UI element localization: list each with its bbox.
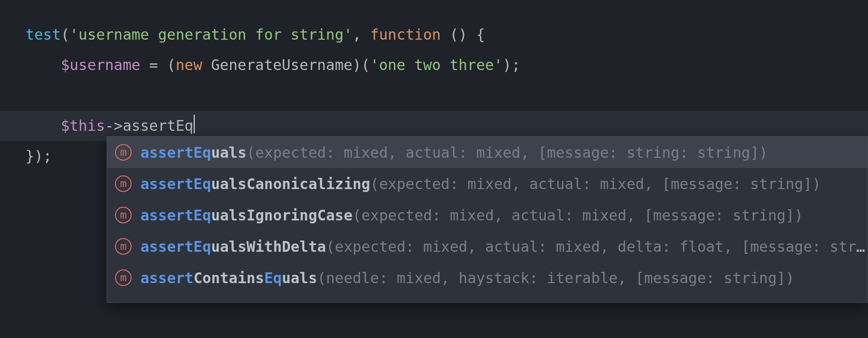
token-space (202, 56, 211, 73)
token-punct: () (450, 26, 467, 43)
method-icon: m (115, 207, 132, 223)
code-line[interactable] (0, 80, 868, 111)
autocomplete-item-label: assertEqualsWithDelta(expected: mixed, a… (140, 238, 868, 255)
method-icon: m (115, 269, 132, 286)
autocomplete-popup[interactable]: massertEquals(expected: mixed, actual: m… (107, 136, 868, 303)
autocomplete-item-label: assertEqualsCanonicalizing(expected: mix… (140, 175, 868, 193)
autocomplete-item-label: assertContainsEquals(needle: mixed, hays… (140, 269, 868, 287)
token-variable: $this (61, 117, 105, 134)
token-punct: ( (61, 26, 69, 43)
token-string: 'one two three' (370, 56, 503, 73)
method-icon: m (115, 175, 132, 192)
text-cursor (194, 115, 195, 133)
autocomplete-item[interactable]: massertEquals(expected: mixed, actual: m… (107, 137, 868, 168)
token-punct: ) (503, 56, 511, 73)
token-class: GenerateUsername (211, 56, 352, 73)
token-indent (25, 117, 61, 134)
token-punct: ; (511, 56, 520, 73)
autocomplete-item[interactable]: massertEqualsIgnoringCase(expected: mixe… (107, 199, 868, 231)
token-space (467, 26, 476, 43)
token-punct: , (352, 26, 370, 43)
token-punct: ) (352, 56, 361, 73)
token-method: assertEq (123, 117, 194, 134)
token-blank (25, 87, 34, 104)
autocomplete-item-label: assertEquals(expected: mixed, actual: mi… (140, 144, 868, 161)
code-editor[interactable]: test('username generation for string', f… (0, 0, 868, 338)
autocomplete-item[interactable]: massertEqualsCanonicalizing(expected: mi… (107, 168, 868, 199)
token-operator: -> (105, 117, 123, 134)
token-space (441, 26, 450, 43)
token-punct: }); (25, 147, 52, 165)
method-icon: m (115, 238, 132, 255)
autocomplete-item[interactable]: massertEqualsWithDelta(expected: mixed, … (107, 231, 868, 262)
token-punct: ( (361, 56, 370, 73)
token-punct: ( (167, 56, 176, 73)
autocomplete-item-label: assertEqualsIgnoringCase(expected: mixed… (140, 207, 868, 224)
code-line[interactable]: test('username generation for string', f… (0, 20, 868, 50)
token-punct: { (476, 26, 485, 43)
token-variable: $username (61, 56, 140, 73)
code-line[interactable]: $username = (new GenerateUsername)('one … (0, 50, 868, 80)
token-indent (25, 56, 61, 73)
token-function-call: test (25, 26, 61, 43)
token-keyword: function (370, 26, 441, 43)
token-operator: = (140, 56, 167, 73)
autocomplete-item[interactable]: massertContainsEquals(needle: mixed, hay… (107, 262, 868, 293)
method-icon: m (115, 144, 132, 161)
token-string: 'username generation for string' (69, 26, 352, 43)
token-keyword: new (176, 56, 202, 73)
